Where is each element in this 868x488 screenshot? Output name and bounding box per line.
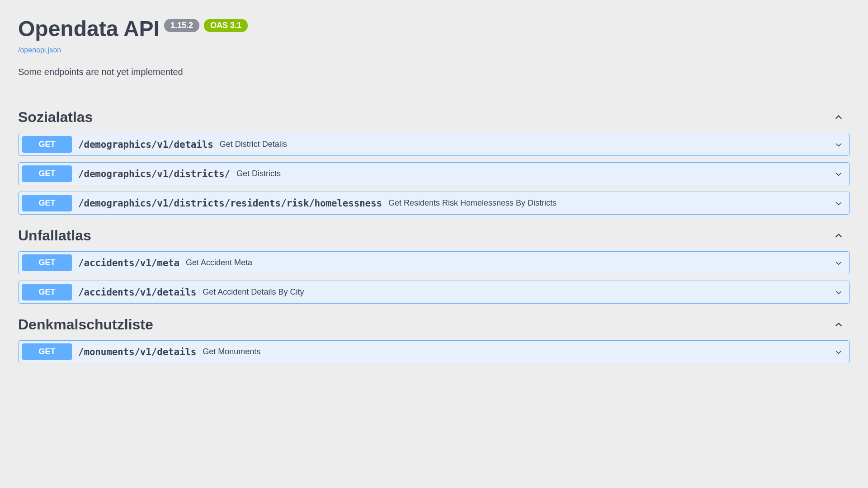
operation-summary: Get Residents Risk Homelessness By Distr… [388, 198, 557, 208]
operation-row[interactable]: GET /accidents/v1/details Get Accident D… [18, 281, 850, 304]
operation-summary: Get Accident Meta [186, 258, 252, 267]
operation-summary: Get Monuments [203, 347, 260, 357]
http-method-badge: GET [22, 165, 72, 182]
operations-list: GET /demographics/v1/details Get Distric… [18, 130, 850, 215]
http-method-badge: GET [22, 284, 72, 300]
tag-section: Unfallatlas GET /accidents/v1/meta Get A… [18, 223, 850, 304]
chevron-down-icon [834, 347, 843, 357]
chevron-down-icon [834, 140, 843, 149]
operations-list: GET /monuments/v1/details Get Monuments [18, 338, 850, 363]
operation-path: /accidents/v1/meta [78, 258, 179, 268]
chevron-down-icon [834, 199, 843, 208]
api-description: Some endpoints are not yet implemented [18, 67, 850, 77]
chevron-down-icon [834, 258, 843, 267]
tag-header[interactable]: Denkmalschutzliste [18, 312, 850, 338]
operation-path: /demographics/v1/districts/ [78, 169, 230, 179]
http-method-badge: GET [22, 343, 72, 360]
tag-section: Sozialatlas GET /demographics/v1/details… [18, 104, 850, 215]
operation-row[interactable]: GET /monuments/v1/details Get Monuments [18, 340, 850, 363]
spec-link[interactable]: /openapi.json [18, 46, 850, 54]
operation-summary: Get District Details [220, 140, 287, 149]
operation-path: /monuments/v1/details [78, 347, 196, 357]
oas-badge: OAS 3.1 [204, 19, 248, 32]
operation-summary: Get Districts [236, 169, 281, 178]
tag-name: Sozialatlas [18, 109, 93, 126]
operation-row[interactable]: GET /demographics/v1/districts/ Get Dist… [18, 162, 850, 185]
chevron-up-icon [834, 113, 844, 122]
chevron-up-icon [834, 320, 844, 330]
chevron-up-icon [834, 231, 844, 241]
tag-name: Denkmalschutzliste [18, 316, 153, 333]
chevron-down-icon [834, 288, 843, 297]
operation-row[interactable]: GET /demographics/v1/details Get Distric… [18, 133, 850, 156]
header: Opendata API 1.15.2 OAS 3.1 [18, 18, 850, 40]
api-title: Opendata API [18, 18, 160, 40]
tag-name: Unfallatlas [18, 227, 91, 244]
http-method-badge: GET [22, 254, 72, 271]
http-method-badge: GET [22, 195, 72, 211]
operation-row[interactable]: GET /demographics/v1/districts/residents… [18, 192, 850, 215]
operation-path: /demographics/v1/districts/residents/ris… [78, 198, 382, 209]
api-doc-root: Opendata API 1.15.2 OAS 3.1 /openapi.jso… [0, 0, 868, 363]
tag-section: Denkmalschutzliste GET /monuments/v1/det… [18, 312, 850, 363]
http-method-badge: GET [22, 136, 72, 153]
operation-path: /demographics/v1/details [78, 139, 213, 150]
version-badge: 1.15.2 [164, 19, 199, 32]
operations-list: GET /accidents/v1/meta Get Accident Meta… [18, 249, 850, 304]
operation-summary: Get Accident Details By City [203, 287, 304, 297]
tag-header[interactable]: Unfallatlas [18, 223, 850, 249]
tag-header[interactable]: Sozialatlas [18, 104, 850, 130]
operation-row[interactable]: GET /accidents/v1/meta Get Accident Meta [18, 251, 850, 274]
chevron-down-icon [834, 169, 843, 178]
tags-list: Sozialatlas GET /demographics/v1/details… [18, 104, 850, 363]
operation-path: /accidents/v1/details [78, 287, 196, 298]
